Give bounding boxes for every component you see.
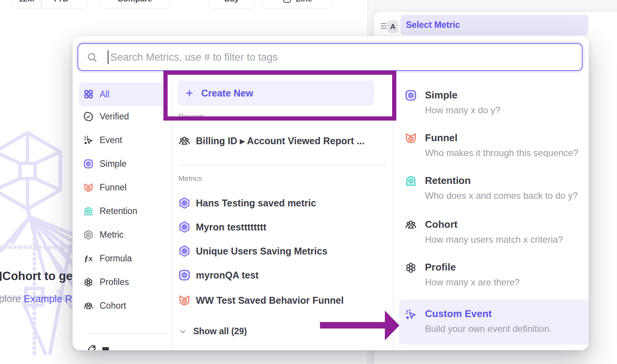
sidebar-item-label: Event (100, 135, 122, 145)
text-caret (108, 50, 108, 64)
sidebar-item-label: Funnel (100, 182, 126, 193)
sidebar-item-metric[interactable]: Metric (79, 223, 167, 246)
page-root: Cohort to ge xplore Example R 12M YTD Co… (0, 0, 617, 364)
select-metric-label: Select Metric (406, 20, 460, 30)
sidebar-item-verified[interactable]: Verified (79, 105, 167, 128)
sidebar-item-formula[interactable]: ƒx Formula (79, 246, 167, 270)
interval-day-button[interactable]: Day (208, 0, 255, 8)
type-description: Who makes it through this sequence? (425, 148, 578, 158)
annotation-arrow-head (385, 311, 399, 340)
metric-list-item[interactable]: myronQA test (178, 269, 258, 281)
drag-handle-icon[interactable] (381, 23, 387, 29)
sidebar-item-label: Formula (100, 253, 132, 264)
sidebar-item-label: Metric (100, 230, 124, 240)
sidebar-item-event[interactable]: Event (79, 128, 167, 152)
metric-list-item[interactable]: WW Test Saved Behavior Funnel (178, 294, 344, 306)
type-title: Cohort (425, 219, 457, 230)
type-custom-event[interactable]: Custom Event Build your own event defini… (399, 300, 589, 345)
recents-metrics-divider (178, 165, 386, 166)
sidebar-item-label: All (100, 89, 110, 100)
custom-event-icon (405, 308, 417, 321)
grid-icon (83, 89, 94, 100)
column-divider (393, 81, 394, 350)
example-link[interactable]: Example R (24, 293, 72, 304)
range-12m-button[interactable]: 12M (12, 0, 41, 8)
type-title: Simple (425, 89, 457, 101)
wireframe-illustration (0, 126, 76, 362)
sidebar-item-cohort[interactable]: Cohort (79, 294, 167, 317)
type-title: Funnel (425, 132, 457, 144)
metric-search-box[interactable] (78, 43, 583, 71)
interval-label: Day (224, 0, 239, 3)
recent-item-label: Billing ID ▸ Account Viewed Report ... (196, 135, 365, 147)
sidebar-item-label: Simple (100, 159, 126, 169)
metric-list-item[interactable]: Hans Testing saved metric (178, 197, 316, 209)
search-input[interactable] (110, 44, 569, 71)
sidebar-item-label: Profiles (100, 277, 129, 287)
type-description: Who does x and comes back to do y? (425, 190, 578, 201)
metric-list-item[interactable]: Myron testttttttt (178, 221, 267, 233)
range-ytd-button[interactable]: YTD (42, 0, 88, 8)
type-funnel[interactable]: Funnel Who makes it through this sequenc… (399, 132, 589, 161)
type-description: How many x do y? (425, 105, 500, 116)
sidebar-item-retention[interactable]: Retention (79, 199, 167, 223)
sidebar-divider (172, 81, 173, 350)
chevron-down-icon (71, 0, 76, 2)
empty-state-subtext: xplore Example R (0, 293, 72, 305)
cohort-icon (83, 301, 94, 311)
chart-type-line-button[interactable]: Line (262, 0, 333, 8)
sidebar-item-label: Cohort (100, 301, 126, 311)
sidebar-item-simple[interactable]: Simple (79, 152, 167, 176)
date-range-segmented-control[interactable]: 12M YTD (11, 0, 88, 8)
sidebar-item-label: Verified (100, 111, 129, 122)
clipped-label-fragment (102, 347, 109, 350)
explore-prefix-text: xplore (0, 293, 21, 304)
range-ytd-label: YTD (52, 0, 68, 3)
metric-item-label: myronQA test (196, 270, 258, 281)
compare-button[interactable]: Compare (99, 0, 171, 8)
sidebar-item-funnel[interactable]: Funnel (79, 176, 167, 199)
type-profile[interactable]: Profile How many x are there? (399, 261, 589, 290)
sidebar-item-all[interactable]: All (79, 82, 167, 106)
type-title: Profile (425, 261, 456, 273)
empty-state-headline: Cohort to ge (2, 269, 73, 283)
annotation-arrow-shaft (320, 322, 386, 329)
annotation-highlight-box (163, 71, 396, 121)
type-simple[interactable]: Simple How many x do y? (399, 89, 589, 118)
sidebar-item-partial[interactable] (87, 344, 97, 350)
profiles-icon (405, 261, 417, 274)
sidebar-item-label: Retention (100, 206, 137, 216)
chart-type-label: Line (296, 0, 312, 3)
verified-badge-icon (83, 111, 94, 122)
type-title: Custom Event (425, 308, 492, 320)
type-retention[interactable]: Retention Who does x and comes back to d… (399, 175, 589, 204)
simple-icon (83, 159, 94, 169)
cohort-icon (405, 219, 417, 231)
select-metric-field[interactable]: Select Metric (401, 15, 588, 35)
funnel-icon (83, 182, 94, 193)
sidebar-section-divider (87, 333, 167, 334)
type-cohort[interactable]: Cohort How many users match x criteria? (399, 219, 589, 248)
metric-list-item[interactable]: Unique Users Saving Metrics (178, 245, 328, 257)
retention-icon (405, 175, 417, 187)
chevron-down-icon (179, 328, 186, 335)
retention-icon (83, 206, 94, 216)
metrics-heading: Metrics (178, 174, 202, 183)
funnel-icon (405, 132, 417, 144)
range-12m-label: 12M (19, 0, 34, 3)
clipped-word-fragment (0, 272, 2, 281)
line-chart-icon (283, 0, 292, 3)
recent-item[interactable]: Billing ID ▸ Account Viewed Report ... (178, 135, 365, 147)
sidebar-item-profiles[interactable]: Profiles (79, 270, 167, 294)
show-all-button[interactable]: Show all (29) (179, 326, 247, 337)
formula-icon: ƒx (83, 253, 94, 264)
event-cursor-icon (83, 135, 94, 145)
type-description: How many users match x criteria? (425, 234, 563, 245)
metric-item-label: Myron testttttttt (196, 222, 267, 233)
metric-item-label: WW Test Saved Behavior Funnel (196, 295, 344, 306)
type-title: Retention (425, 175, 471, 187)
show-all-label: Show all (29) (193, 326, 247, 337)
compare-label: Compare (117, 0, 152, 3)
simple-icon (178, 269, 191, 281)
cohort-icon (178, 135, 191, 147)
